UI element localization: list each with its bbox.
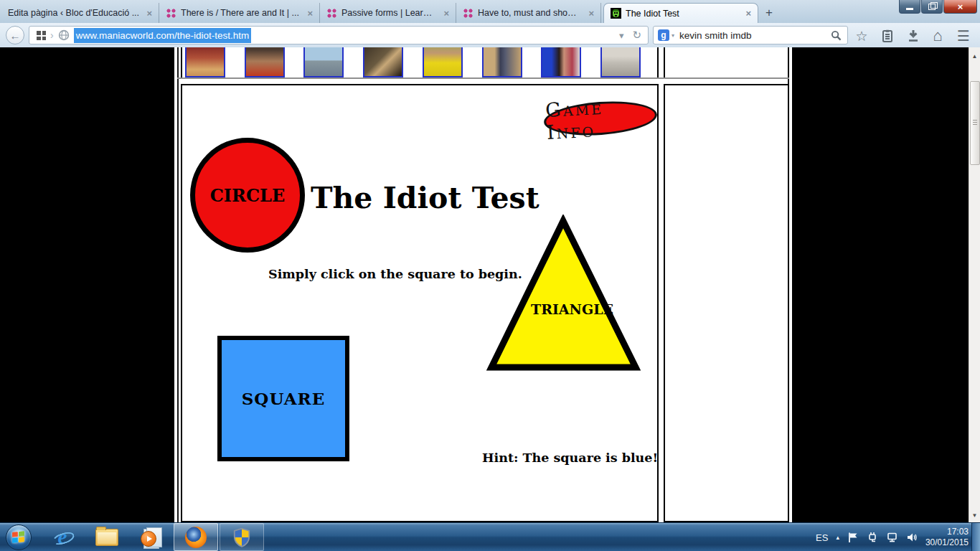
navigation-toolbar: ← › www.maniacworld.com/the-idiot-test.h… <box>0 23 980 47</box>
start-button[interactable] <box>6 524 32 550</box>
bookmarks-menu-icon[interactable] <box>878 28 897 44</box>
hint-text: Hint: The square is blue! <box>482 451 658 465</box>
windows-logo-icon <box>12 531 25 544</box>
row-separator <box>177 77 789 79</box>
power-plug-icon[interactable] <box>867 532 878 543</box>
media-player-button[interactable] <box>129 523 174 551</box>
scroll-up-icon[interactable]: ▲ <box>969 50 980 62</box>
urlbar-dropdown-icon[interactable]: ▾ <box>619 30 624 41</box>
tab-label: There is / There are and It | ... <box>181 8 300 18</box>
google-engine-icon[interactable]: g <box>658 29 669 41</box>
home-icon[interactable]: ⌂ <box>928 28 947 44</box>
video-thumbnail-man-with-glasses[interactable] <box>245 47 285 77</box>
page-body: Game Info CIRCLE The Idiot Test Simply c… <box>174 47 792 522</box>
sidebar-cell <box>664 84 789 522</box>
screen: Edita pàgina ‹ Bloc d'Educació ... × The… <box>0 0 980 551</box>
action-center-flag-icon[interactable] <box>847 532 859 543</box>
magenta-dots-favicon <box>326 8 337 19</box>
close-window-button[interactable]: × <box>943 0 977 14</box>
volume-icon[interactable] <box>906 532 918 543</box>
clock-date: 30/01/2015 <box>925 537 969 548</box>
tab-label: Have to, must and should f... <box>478 8 581 18</box>
search-magnifier-icon[interactable] <box>831 30 842 41</box>
tab-close-icon[interactable]: × <box>146 8 152 19</box>
windows-explorer-button[interactable] <box>85 523 129 551</box>
globe-icon <box>58 29 70 41</box>
game-info-button[interactable]: Game Info <box>543 98 659 139</box>
tab-close-icon[interactable]: × <box>307 8 313 19</box>
internet-explorer-button[interactable]: e <box>40 523 85 551</box>
square-label: SQUARE <box>242 389 326 408</box>
video-thumbnail-woman-dark-hair[interactable] <box>541 47 581 77</box>
tab-close-icon[interactable]: × <box>745 8 751 19</box>
network-icon[interactable] <box>886 532 898 543</box>
magenta-dots-favicon <box>166 8 176 19</box>
tray-expand-icon[interactable]: ▴ <box>836 534 839 541</box>
engine-dropdown-icon[interactable]: ▾ <box>672 32 674 39</box>
internet-explorer-icon: e <box>52 527 73 548</box>
circle-shape[interactable]: CIRCLE <box>190 138 305 253</box>
page-title: The Idiot Test <box>311 181 540 215</box>
tab-close-icon[interactable]: × <box>443 8 449 19</box>
site-tiles-icon <box>37 31 46 40</box>
instruction-text: Simply click on the square to begin. <box>268 267 522 281</box>
page-left-border <box>177 47 179 522</box>
scroll-down-icon[interactable]: ▼ <box>969 509 980 521</box>
firefox-button-active[interactable] <box>174 523 218 551</box>
square-shape[interactable]: SQUARE <box>217 336 349 461</box>
tab-passive-forms[interactable]: Passive forms | LearnEnglis... × <box>320 3 456 23</box>
reload-icon[interactable]: ↻ <box>632 29 641 42</box>
circle-label: CIRCLE <box>210 185 286 206</box>
video-thumbnail-man-in-yellow-shirt[interactable] <box>423 47 463 77</box>
video-thumbnail-office-building[interactable] <box>303 47 344 77</box>
green-face-favicon <box>611 8 621 19</box>
clock-time: 17:03 <box>925 527 969 537</box>
browser-viewport: Game Info CIRCLE The Idiot Test Simply c… <box>0 47 980 522</box>
tab-strip: Edita pàgina ‹ Bloc d'Educació ... × The… <box>1 3 780 23</box>
vertical-scrollbar[interactable]: ▲ ▼ <box>969 47 980 522</box>
tab-the-idiot-test-active[interactable]: The Idiot Test × <box>603 3 758 23</box>
chevron-icon: › <box>50 29 54 41</box>
language-indicator[interactable]: ES <box>816 532 828 543</box>
triangle-label: TRIANGLE <box>531 301 613 317</box>
triangle-shape[interactable] <box>486 215 641 373</box>
url-text-selected[interactable]: www.maniacworld.com/the-idiot-test.htm <box>74 28 252 43</box>
tab-there-is-there-are[interactable]: There is / There are and It | ... × <box>159 3 320 23</box>
back-button[interactable]: ← <box>6 26 24 44</box>
system-tray: ES ▴ 17:03 30/01 <box>816 523 969 551</box>
tab-label: Passive forms | LearnEnglis... <box>341 8 436 18</box>
media-player-icon <box>141 527 162 547</box>
search-bar[interactable]: g ▾ <box>653 26 848 44</box>
tab-label: The Idiot Test <box>626 9 738 19</box>
menu-hamburger-icon[interactable]: ☰ <box>954 28 973 44</box>
video-thumbnail-toddler-on-carpet[interactable] <box>482 47 522 77</box>
restore-button[interactable] <box>921 0 943 14</box>
sidebar-top-cell <box>664 47 789 77</box>
minimize-button[interactable] <box>899 0 920 14</box>
windows-taskbar: e <box>0 522 980 551</box>
video-thumbnail-backstage-dark-scene[interactable] <box>363 47 403 77</box>
clock[interactable]: 17:03 30/01/2015 <box>925 527 969 548</box>
video-thumbnails-row <box>181 47 659 77</box>
security-shield-button[interactable] <box>220 523 264 551</box>
tab-have-to-must[interactable]: Have to, must and should f... × <box>456 3 601 23</box>
search-input[interactable] <box>678 29 831 42</box>
magenta-dots-favicon <box>463 8 473 19</box>
shield-icon <box>232 527 251 547</box>
show-desktop-button[interactable] <box>971 523 980 551</box>
new-tab-button[interactable]: + <box>758 3 780 23</box>
video-thumbnail-street-scene[interactable] <box>600 47 641 77</box>
folder-icon <box>95 529 118 546</box>
firefox-icon <box>185 527 207 548</box>
bookmark-star-icon[interactable]: ☆ <box>852 28 871 44</box>
window-titlebar: Edita pàgina ‹ Bloc d'Educació ... × The… <box>0 0 980 23</box>
downloads-icon[interactable] <box>904 28 923 44</box>
window-controls: × <box>898 0 977 14</box>
scrollbar-grip <box>973 120 977 121</box>
tab-edita-pagina[interactable]: Edita pàgina ‹ Bloc d'Educació ... × <box>1 3 159 23</box>
video-thumbnail-stage-performance[interactable] <box>185 47 225 77</box>
tab-close-icon[interactable]: × <box>588 8 594 19</box>
url-bar[interactable]: › www.maniacworld.com/the-idiot-test.htm… <box>29 26 649 44</box>
scrollbar-thumb[interactable] <box>970 81 980 165</box>
tab-label: Edita pàgina ‹ Bloc d'Educació ... <box>8 8 139 18</box>
